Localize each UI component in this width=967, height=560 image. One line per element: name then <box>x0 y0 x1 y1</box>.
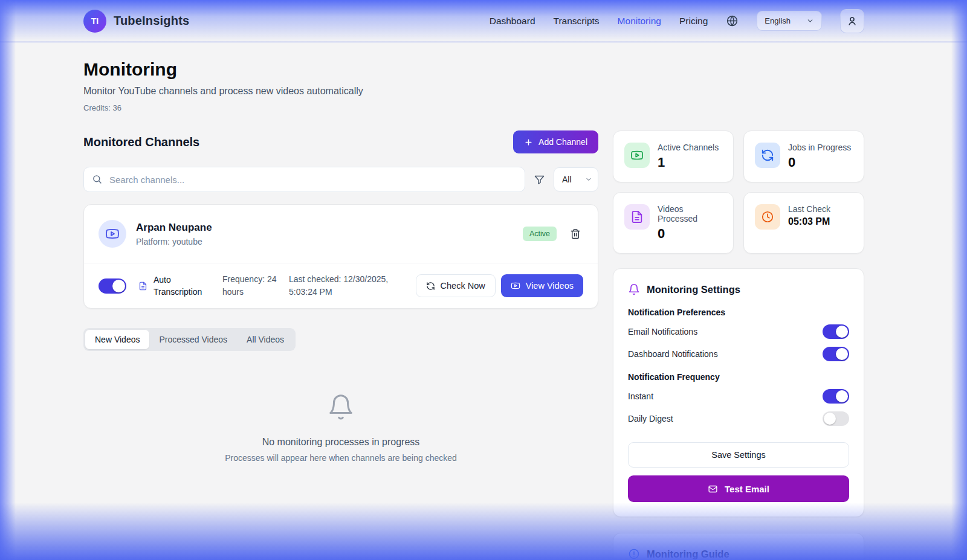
view-videos-button[interactable]: View Videos <box>501 274 583 297</box>
email-notifications-toggle[interactable] <box>823 324 849 339</box>
language-select-value: English <box>765 16 791 25</box>
trash-icon <box>570 228 581 239</box>
brand-name: TubeInsights <box>114 14 189 28</box>
setting-label: Email Notifications <box>628 327 697 336</box>
clock-icon <box>755 204 780 230</box>
stat-label: Active Channels <box>658 143 719 152</box>
settings-section-heading: Notification Preferences <box>628 307 849 317</box>
page-title: Monitoring <box>83 59 864 80</box>
main-content: Monitoring Monitor YouTube channels and … <box>83 42 864 560</box>
setting-label: Dashboard Notifications <box>628 349 718 359</box>
empty-state-subtitle: Processes will appear here when channels… <box>83 453 598 463</box>
settings-section-heading: Notification Frequency <box>628 372 849 382</box>
sidebar: Active Channels 1 Jobs in Progress 0 <box>613 130 864 560</box>
empty-state-title: No monitoring processes in progress <box>83 437 598 448</box>
monitoring-settings-panel: Monitoring Settings Notification Prefere… <box>613 268 864 517</box>
nav-monitoring[interactable]: Monitoring <box>618 16 661 27</box>
tab-new-videos[interactable]: New Videos <box>85 330 149 349</box>
video-tabs: New Videos Processed Videos All Videos <box>83 328 296 351</box>
guide-title: Monitoring Guide <box>647 549 729 560</box>
main-nav: Dashboard Transcripts Monitoring Pricing… <box>490 9 864 33</box>
channel-platform: Platform: youtube <box>136 237 212 246</box>
refresh-icon <box>755 143 780 168</box>
setting-label: Instant <box>628 391 653 401</box>
tab-all-videos[interactable]: All Videos <box>237 330 294 349</box>
empty-state: No monitoring processes in progress Proc… <box>83 375 598 463</box>
stat-videos-processed: Videos Processed 0 <box>613 192 734 254</box>
status-filter-select[interactable]: All <box>554 167 598 191</box>
setting-label: Daily Digest <box>628 414 673 423</box>
youtube-icon <box>105 227 120 241</box>
add-channel-label: Add Channel <box>538 137 587 147</box>
setting-row-daily-digest: Daily Digest <box>628 411 849 426</box>
channel-name: Arpan Neupane <box>136 222 212 234</box>
user-menu-button[interactable] <box>840 9 864 33</box>
bell-icon <box>628 283 640 295</box>
add-channel-button[interactable]: Add Channel <box>513 130 598 153</box>
filter-icon <box>534 174 545 185</box>
file-icon <box>624 204 650 230</box>
nav-dashboard[interactable]: Dashboard <box>490 16 535 27</box>
daily-digest-toggle[interactable] <box>823 411 849 426</box>
stat-jobs-in-progress: Jobs in Progress 0 <box>743 130 864 182</box>
bell-icon <box>327 393 355 421</box>
stat-label: Videos Processed <box>658 204 722 224</box>
chevron-down-icon <box>806 17 814 25</box>
test-email-button[interactable]: Test Email <box>628 475 849 502</box>
search-input[interactable] <box>83 167 525 192</box>
stat-active-channels: Active Channels 1 <box>613 130 734 182</box>
header: TI TubeInsights Dashboard Transcripts Mo… <box>0 0 967 42</box>
search-icon <box>92 174 102 184</box>
globe-icon[interactable] <box>726 14 739 27</box>
status-badge: Active <box>523 227 557 241</box>
setting-row-dashboard-notifications: Dashboard Notifications <box>628 347 849 361</box>
stat-last-check: Last Check 05:03 PM <box>743 192 864 254</box>
user-icon <box>847 16 858 27</box>
save-settings-button[interactable]: Save Settings <box>628 442 849 468</box>
stat-value: 0 <box>788 155 851 170</box>
instant-toggle[interactable] <box>823 389 849 404</box>
monitoring-guide-panel: Monitoring Guide How it Works Our system… <box>613 533 864 560</box>
chevron-down-icon <box>585 176 592 183</box>
check-now-label: Check Now <box>441 281 485 291</box>
file-text-icon <box>138 282 147 291</box>
page-subtitle: Monitor YouTube channels and process new… <box>83 86 864 97</box>
brand: TI TubeInsights <box>83 10 189 33</box>
setting-row-email-notifications: Email Notifications <box>628 324 849 339</box>
mail-icon <box>708 484 718 494</box>
language-select[interactable]: English <box>757 11 822 31</box>
stat-label: Last Check <box>788 204 830 214</box>
refresh-icon <box>426 282 435 291</box>
status-filter-value: All <box>562 175 572 184</box>
nav-transcripts[interactable]: Transcripts <box>554 16 600 27</box>
auto-transcription-toggle[interactable] <box>99 278 126 294</box>
nav-pricing[interactable]: Pricing <box>679 16 708 27</box>
last-checked-text: Last checked: 12/30/2025, 5:03:24 PM <box>289 273 393 298</box>
stats-grid: Active Channels 1 Jobs in Progress 0 <box>613 130 864 254</box>
auto-transcription-label: Auto Transcription <box>154 274 212 298</box>
test-email-label: Test Email <box>725 484 769 494</box>
dashboard-notifications-toggle[interactable] <box>823 347 849 361</box>
channel-avatar <box>99 220 126 248</box>
play-square-icon <box>511 281 520 291</box>
channels-section: Monitored Channels Add Channel All <box>83 130 598 463</box>
delete-channel-button[interactable] <box>568 226 583 242</box>
youtube-icon <box>624 143 650 168</box>
brand-logo-text: TI <box>91 16 99 26</box>
frequency-text: Frequency: 24 hours <box>222 273 278 298</box>
brand-logo: TI <box>83 10 106 33</box>
stat-value: 0 <box>658 226 722 242</box>
stat-value: 1 <box>658 155 719 170</box>
check-now-button[interactable]: Check Now <box>416 274 496 297</box>
stat-label: Jobs in Progress <box>788 143 851 152</box>
settings-title: Monitoring Settings <box>647 284 740 295</box>
stat-value: 05:03 PM <box>788 216 830 227</box>
channels-section-title: Monitored Channels <box>83 135 199 149</box>
view-videos-label: View Videos <box>526 281 574 291</box>
search-box <box>83 167 525 192</box>
tab-processed-videos[interactable]: Processed Videos <box>149 330 237 349</box>
channel-card: Arpan Neupane Platform: youtube Active <box>83 204 598 309</box>
setting-row-instant: Instant <box>628 389 849 404</box>
plus-icon <box>524 138 533 147</box>
info-icon <box>628 548 640 560</box>
